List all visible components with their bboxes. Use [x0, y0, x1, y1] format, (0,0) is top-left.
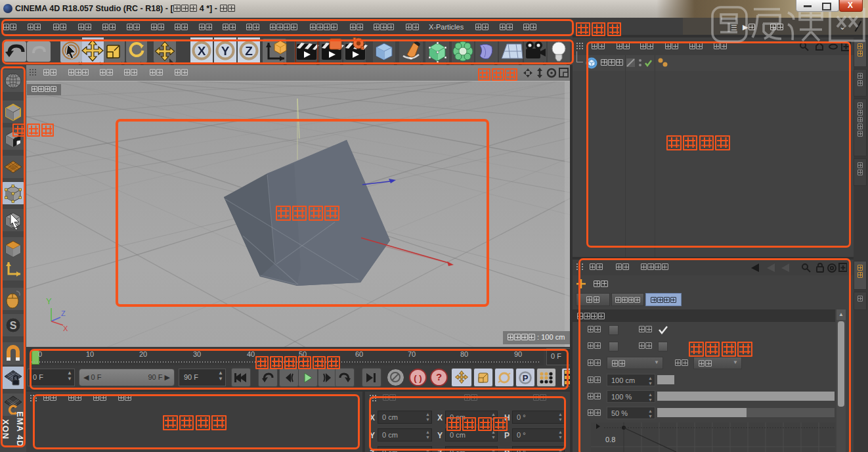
svg-text:Y: Y — [46, 296, 52, 306]
svg-text:Z: Z — [245, 44, 253, 58]
svg-text:X: X — [198, 44, 206, 58]
svg-text:P: P — [523, 373, 529, 383]
svg-text:Z: Z — [61, 309, 66, 317]
svg-text:S: S — [10, 320, 17, 331]
svg-text:X: X — [63, 325, 68, 332]
svg-text:Y: Y — [221, 44, 230, 58]
svg-text:0.8: 0.8 — [605, 436, 615, 443]
